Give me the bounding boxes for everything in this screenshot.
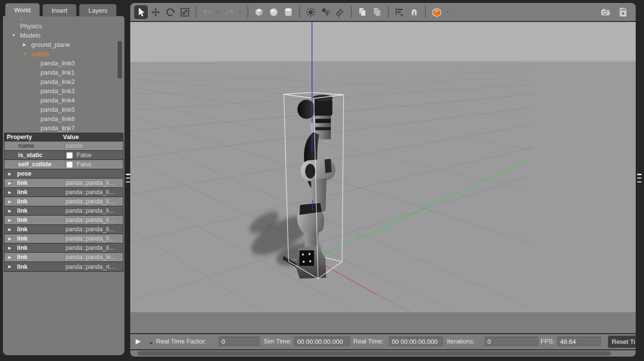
tree-item-panda_link4[interactable]: panda_link4: [3, 96, 124, 105]
tree-item-Models[interactable]: ▼Models: [3, 31, 124, 40]
toolbar-button-undo[interactable]: [201, 5, 214, 19]
iterations-label: Iterations:: [447, 338, 475, 345]
expand-arrow-icon[interactable]: ▶: [8, 218, 11, 222]
toolbar-button-cylinder[interactable]: [282, 5, 295, 19]
property-row-is_static[interactable]: is_staticFalse: [4, 151, 123, 160]
rotate-icon: [165, 7, 176, 18]
toolbar-button-scale[interactable]: [178, 5, 192, 19]
toolbar-button-paste[interactable]: [370, 5, 384, 19]
expand-arrow-icon[interactable]: ▶: [8, 246, 11, 250]
tree-item-panda_link5[interactable]: panda_link5: [3, 105, 124, 114]
property-row-link[interactable]: ▶linkpanda::panda_li…: [4, 243, 123, 253]
expand-arrow-icon[interactable]: ▶: [8, 255, 11, 260]
tree-item-panda_link1[interactable]: panda_link1: [3, 68, 124, 77]
chevron-down-icon[interactable]: ▼: [12, 33, 16, 38]
toolbar-button-box[interactable]: [252, 5, 266, 19]
toolbar-button-redo-menu-caret[interactable]: [237, 5, 243, 19]
property-row-link[interactable]: ▶linkpanda::panda_li…: [4, 216, 123, 225]
real-time-field[interactable]: 00 00:00:00.000: [389, 337, 443, 346]
toolbar-button-snap[interactable]: [407, 5, 421, 19]
toolbar-button-sphere[interactable]: [267, 5, 281, 19]
toolbar-button-copy[interactable]: [356, 5, 369, 19]
property-row-name[interactable]: namepanda: [4, 141, 123, 151]
toolbar-button-translate[interactable]: [149, 5, 162, 19]
tree-item-Physics[interactable]: Physics: [3, 21, 124, 31]
right-splitter-grip[interactable]: [637, 174, 642, 182]
property-row-link[interactable]: ▶linkpanda::panda_li…: [4, 225, 123, 234]
self_collide-checkbox[interactable]: [66, 161, 73, 168]
horizontal-scrollbar-thumb[interactable]: [138, 351, 611, 356]
property-row-link[interactable]: ▶linkpanda::panda_li…: [4, 188, 123, 197]
tree-item-panda[interactable]: ▼panda: [3, 49, 124, 59]
iterations-field[interactable]: 0: [484, 337, 539, 346]
tree-scrollbar[interactable]: [118, 41, 122, 79]
property-row-link[interactable]: ▶linkpanda::panda_li…: [4, 206, 123, 216]
toolbar-button-select[interactable]: [134, 5, 148, 19]
sim-time-field[interactable]: 00 00:00:00.000: [294, 337, 350, 346]
tab-layers[interactable]: Layers: [79, 4, 117, 17]
tab-insert[interactable]: Insert: [42, 4, 77, 17]
tree-item-panda_link3[interactable]: panda_link3: [3, 86, 124, 96]
horizontal-scrollbar[interactable]: [130, 350, 636, 357]
play-button[interactable]: ▶: [136, 337, 141, 345]
chevron-right-icon[interactable]: ▶: [23, 42, 26, 47]
property-row-self_collide[interactable]: self_collideFalse: [4, 160, 123, 169]
property-row-link[interactable]: ▶linkpanda::panda_ri…: [4, 262, 123, 271]
toolbar-button-rotate[interactable]: [163, 5, 177, 19]
toolbar-button-point-light[interactable]: [304, 5, 318, 19]
toolbar-separator: [425, 6, 426, 18]
expand-arrow-icon[interactable]: ▶: [8, 227, 11, 232]
toolbar-separator: [299, 6, 300, 18]
tree-item-panda_link6[interactable]: panda_link6: [3, 114, 124, 123]
chevron-down-icon[interactable]: ▼: [23, 52, 27, 56]
toolbar-button-undo-menu-caret[interactable]: [215, 5, 221, 19]
paste-icon: [372, 7, 382, 18]
tab-world[interactable]: World: [5, 3, 40, 17]
table-splitter-grip[interactable]: [62, 129, 70, 132]
toolbar-button-view-angle[interactable]: [430, 5, 443, 19]
tree-item-[interactable]: .: [3, 17, 124, 21]
reset-time-button[interactable]: Reset Ti: [608, 336, 636, 348]
view-angle-caret-icon: [445, 9, 450, 15]
toolbar-button-directional-light[interactable]: [333, 5, 347, 19]
real-time-factor-field[interactable]: 0: [219, 337, 260, 346]
property-name: link: [17, 180, 28, 186]
tree-item-panda_link2[interactable]: panda_link2: [3, 77, 124, 86]
viewport-3d[interactable]: [130, 22, 636, 333]
property-value: panda::panda_ri…: [65, 263, 116, 270]
toolbar-button-redo[interactable]: [222, 5, 236, 19]
toolbar-button-spot-light[interactable]: [319, 5, 332, 19]
is_static-checkbox[interactable]: [66, 152, 73, 159]
expand-arrow-icon[interactable]: ▶: [8, 209, 11, 213]
left-splitter-grip[interactable]: [126, 174, 130, 182]
tree-item-ground_plane[interactable]: ▶ground_plane: [3, 40, 124, 49]
expand-arrow-icon[interactable]: ▶: [8, 264, 11, 269]
expand-arrow-icon[interactable]: ▶: [8, 181, 11, 185]
panel-tabs: WorldInsertLayers: [5, 3, 117, 17]
property-row-link[interactable]: ▶linkpanda::panda_li…: [4, 197, 123, 206]
property-row-link[interactable]: ▶linkpanda::panda_li…: [4, 179, 123, 188]
sky: [130, 22, 636, 62]
property-value: panda::panda_li…: [65, 226, 115, 233]
expand-arrow-icon[interactable]: ▶: [8, 237, 11, 241]
expand-arrow-icon[interactable]: ▶: [8, 200, 11, 204]
toolbar-button-align[interactable]: [393, 5, 406, 19]
property-row-pose[interactable]: ▶pose: [4, 169, 123, 179]
property-name: link: [17, 198, 28, 205]
property-name: link: [17, 217, 28, 223]
fps-field[interactable]: 48.64: [557, 337, 601, 346]
property-row-link[interactable]: ▶linkpanda::panda_le…: [4, 253, 123, 262]
toolbar-separator: [351, 6, 352, 18]
toolbar-button-screenshot[interactable]: [599, 5, 612, 19]
expand-arrow-icon[interactable]: ▶: [8, 172, 11, 176]
tree-item-panda_link0[interactable]: panda_link0: [3, 59, 124, 68]
undo-icon: [202, 7, 213, 18]
property-row-link[interactable]: ▶linkpanda::panda_li…: [4, 234, 123, 243]
toolbar-button-view-angle-caret[interactable]: [444, 5, 451, 19]
step-button[interactable]: [150, 342, 152, 344]
property-name: pose: [17, 170, 31, 177]
svg-text:LOG: LOG: [621, 8, 626, 11]
expand-arrow-icon[interactable]: ▶: [8, 190, 11, 195]
toolbar-button-log[interactable]: LOG: [616, 5, 630, 19]
property-name: link: [17, 189, 28, 196]
